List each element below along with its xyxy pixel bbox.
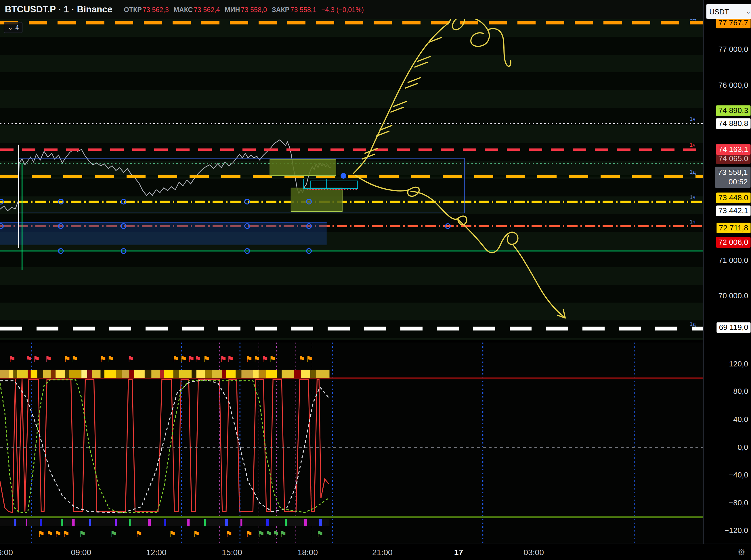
heat-segment bbox=[259, 370, 266, 378]
signal-flag-icon: ⚑ bbox=[135, 530, 142, 538]
signal-flag-icon: ⚑ bbox=[279, 530, 286, 538]
price-axis-label: −40,0 bbox=[726, 470, 750, 481]
price-axis-label: 69 119,0 bbox=[716, 322, 750, 333]
signal-flag-icon: ⚑ bbox=[79, 530, 86, 538]
heat-segment bbox=[61, 519, 63, 527]
price-axis-label: 74 880,8 bbox=[716, 118, 750, 129]
signal-flag-icon: ⚑ bbox=[169, 530, 176, 538]
price-axis[interactable]: 73 558,1 00:52 77 767,777 000,076 000,07… bbox=[703, 0, 751, 544]
price-axis-label: 74 163,1 bbox=[716, 144, 750, 155]
heat-segment bbox=[89, 519, 91, 527]
heat-segment bbox=[75, 519, 89, 527]
heat-segment bbox=[115, 519, 117, 527]
heat-segment bbox=[310, 370, 316, 378]
up-arrow-path bbox=[353, 22, 449, 174]
price-axis-label: 73 442,1 bbox=[716, 205, 750, 216]
signal-flag-icon: ⚑ bbox=[180, 355, 187, 363]
signal-flag-icon: ⚑ bbox=[193, 530, 200, 538]
signal-flag-icon: ⚑ bbox=[107, 355, 114, 363]
signal-flag-icon: ⚑ bbox=[194, 355, 201, 363]
heat-segment bbox=[301, 370, 310, 378]
heat-segment bbox=[160, 370, 164, 378]
symbol-title[interactable]: BTCUSDT.P · 1 · Binance bbox=[5, 4, 113, 15]
heat-segment bbox=[151, 519, 164, 527]
heat-segment bbox=[164, 370, 174, 378]
heat-segment bbox=[174, 370, 179, 378]
signal-flag-icon: ⚑ bbox=[317, 530, 324, 538]
ohlc-values: ОТКР73 562,3МАКС73 562,4МИН73 558,0ЗАКР7… bbox=[119, 6, 317, 14]
ohlc-field-value: 73 558,1 bbox=[290, 6, 317, 14]
signal-flag-icon: ⚑ bbox=[33, 355, 40, 363]
heat-segment bbox=[117, 519, 129, 527]
heat-segment bbox=[134, 370, 145, 378]
heat-segment bbox=[43, 370, 51, 378]
indicators-collapse-badge[interactable]: ⌄ 4 bbox=[4, 22, 22, 33]
symbol-info-bar: BTCUSDT.P · 1 · Binance ОТКР73 562,3МАКС… bbox=[0, 0, 703, 19]
price-axis-label: 77 767,7 bbox=[716, 18, 750, 28]
chevron-down-icon: ⌄ bbox=[8, 24, 13, 31]
heat-segment bbox=[129, 519, 131, 527]
signal-flag-icon: ⚑ bbox=[245, 530, 252, 538]
indicator-count: 4 bbox=[15, 24, 19, 31]
signal-flag-icon: ⚑ bbox=[99, 355, 106, 363]
heat-segment bbox=[285, 519, 287, 527]
heat-segment bbox=[241, 519, 242, 527]
price-axis-label: 77 000,0 bbox=[716, 44, 750, 55]
heat-segment bbox=[28, 370, 31, 378]
heat-segment bbox=[92, 370, 101, 378]
heat-segment bbox=[37, 370, 43, 378]
signal-flag-icon: ⚑ bbox=[25, 355, 32, 363]
heat-segment bbox=[222, 370, 226, 378]
signal-flag-icon: ⚑ bbox=[203, 355, 210, 363]
signal-flag-icon: ⚑ bbox=[258, 530, 265, 538]
ohlc-field-value: 73 558,0 bbox=[241, 6, 267, 14]
heat-segment bbox=[14, 370, 17, 378]
heat-segment bbox=[101, 370, 104, 378]
signal-flag-icon: ⚑ bbox=[187, 355, 195, 363]
trading-app: 1Д1ч1ч1д1ч1ч1д ⚑⚑⚑⚑⚑⚑⚑⚑⚑⚑⚑⚑⚑⚑⚑⚑⚑⚑⚑⚑⚑⚑⚑⚑⚑… bbox=[0, 0, 751, 560]
heat-segment bbox=[205, 370, 212, 378]
oscillator-panel[interactable]: ⚑⚑⚑⚑⚑⚑⚑⚑⚑⚑⚑⚑⚑⚑⚑⚑⚑⚑⚑⚑⚑⚑⚑⚑⚑⚑⚑⚑⚑⚑⚑⚑⚑⚑⚑⚑⚑⚑ bbox=[0, 343, 703, 544]
signal-white-dashed-line bbox=[0, 380, 328, 513]
heat-segment bbox=[212, 370, 222, 378]
price-axis-label: 76 000,0 bbox=[716, 80, 750, 91]
stochastic-red-line bbox=[0, 379, 328, 513]
time-axis[interactable]: ⚙ 6:0009:0012:0015:0018:0021:001703:00 bbox=[0, 544, 751, 560]
heat-segment bbox=[145, 370, 151, 378]
heat-segment bbox=[31, 370, 37, 378]
heat-segment bbox=[228, 519, 241, 527]
heat-segment bbox=[14, 519, 16, 527]
down-arrow-path bbox=[356, 175, 564, 317]
chevron-down-icon: ⌄ bbox=[746, 8, 750, 15]
currency-dropdown[interactable]: USDT ⌄ bbox=[706, 4, 751, 19]
hand-drawn-annotation[interactable] bbox=[0, 19, 703, 340]
chart-canvas[interactable]: 1Д1ч1ч1д1ч1ч1д bbox=[0, 19, 703, 340]
signal-flag-icon: ⚑ bbox=[46, 530, 53, 538]
heat-segment bbox=[287, 519, 304, 527]
time-axis-label: 17 bbox=[454, 548, 463, 557]
heat-segment bbox=[197, 370, 205, 378]
hatch-marks bbox=[362, 37, 442, 159]
heat-segment bbox=[316, 370, 330, 378]
current-price-countdown: 00:52 bbox=[718, 177, 748, 187]
heat-segment bbox=[294, 370, 301, 378]
currency-label: USDT bbox=[709, 7, 729, 16]
gear-icon[interactable]: ⚙ bbox=[738, 547, 746, 558]
current-price-value: 73 558,1 bbox=[718, 168, 748, 177]
signal-flag-icon: ⚑ bbox=[172, 355, 179, 363]
heat-segment bbox=[42, 519, 62, 527]
heat-segment bbox=[226, 370, 236, 378]
ohlc-field-value: 73 562,3 bbox=[143, 6, 169, 14]
heat-segment bbox=[266, 370, 277, 378]
time-axis-label: 18:00 bbox=[298, 548, 318, 557]
heat-segment bbox=[17, 370, 28, 378]
current-price-label: 73 558,1 00:52 bbox=[715, 167, 751, 188]
signal-flag-icon: ⚑ bbox=[54, 530, 62, 538]
heat-segment bbox=[40, 519, 42, 527]
heat-segment bbox=[322, 519, 330, 527]
signal-flag-icon: ⚑ bbox=[71, 355, 78, 363]
price-axis-label: 71 000,0 bbox=[716, 255, 750, 266]
heat-segment bbox=[189, 519, 204, 527]
heatmap-strip-top bbox=[0, 370, 330, 378]
time-axis-label: 15:00 bbox=[222, 548, 242, 557]
